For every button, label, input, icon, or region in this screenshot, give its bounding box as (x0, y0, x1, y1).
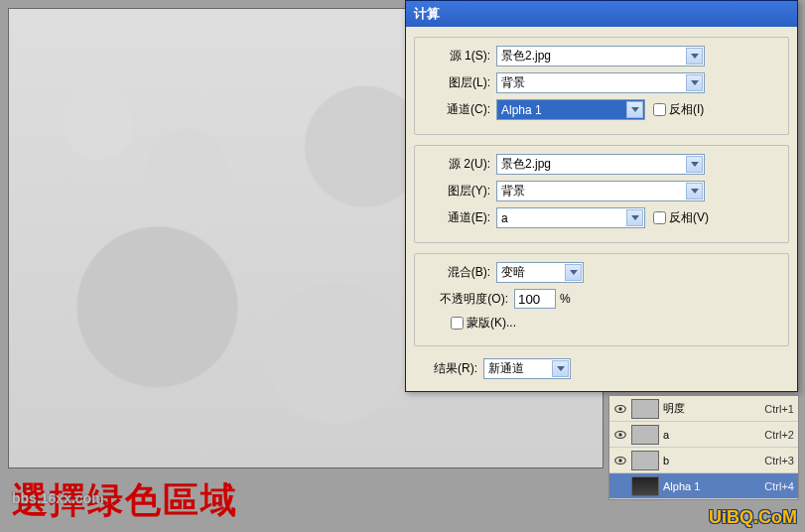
checkbox-input[interactable] (653, 211, 666, 224)
channels-panel: 明度 Ctrl+1 a Ctrl+2 b Ctrl+3 Alpha 1 Ctrl… (608, 395, 799, 500)
channel-shortcut: Ctrl+4 (764, 480, 794, 492)
channel-shortcut: Ctrl+1 (764, 403, 794, 415)
source2-layer-combo[interactable]: 背景 (496, 181, 705, 201)
mask-checkbox[interactable]: 蒙版(K)... (451, 315, 516, 332)
source2-label: 源 2(U): (421, 156, 496, 173)
source2-layer-value: 背景 (501, 183, 525, 200)
result-combo[interactable]: 新通道 (483, 358, 571, 379)
opacity-label: 不透明度(O): (421, 291, 514, 308)
channel-thumbnail (631, 399, 659, 419)
svg-point-5 (618, 459, 622, 463)
channel-name: 明度 (663, 401, 760, 416)
source1-channel-label: 通道(C): (421, 101, 496, 118)
blend-mode-combo[interactable]: 变暗 (496, 262, 584, 283)
channel-name: Alpha 1 (663, 480, 760, 492)
source1-layer-combo[interactable]: 背景 (496, 72, 705, 93)
opacity-input[interactable] (514, 289, 556, 309)
source1-channel-combo[interactable]: Alpha 1 (496, 99, 645, 120)
source2-invert-checkbox[interactable]: 反相(V) (653, 209, 709, 226)
calculations-dialog: 计算 源 1(S): 景色2.jpg 图层(L): 背景 通道(C): (405, 0, 798, 392)
source2-file-value: 景色2.jpg (501, 156, 551, 173)
eye-icon[interactable] (613, 428, 627, 442)
source2-channel-label: 通道(E): (421, 209, 496, 226)
dialog-body: 源 1(S): 景色2.jpg 图层(L): 背景 通道(C): Alpha 1 (406, 27, 797, 391)
source1-invert-label: 反相(I) (669, 101, 704, 118)
source2-invert-label: 反相(V) (669, 209, 709, 226)
source2-group: 源 2(U): 景色2.jpg 图层(Y): 背景 通道(E): a (414, 145, 789, 243)
mask-label: 蒙版(K)... (467, 315, 516, 332)
checkbox-input[interactable] (451, 317, 464, 330)
blend-group: 混合(B): 变暗 不透明度(O): % 蒙版(K)... (414, 253, 789, 346)
source2-channel-value: a (501, 211, 508, 225)
chevron-down-icon[interactable] (686, 74, 703, 91)
source1-file-combo[interactable]: 景色2.jpg (496, 46, 705, 66)
blend-label: 混合(B): (421, 264, 496, 281)
chevron-down-icon[interactable] (686, 183, 703, 200)
channel-thumbnail (631, 451, 659, 470)
result-row: 结果(R): 新通道 (414, 356, 789, 383)
source1-layer-label: 图层(L): (421, 74, 496, 91)
chevron-down-icon[interactable] (686, 48, 703, 65)
channel-row-lightness[interactable]: 明度 Ctrl+1 (609, 396, 798, 422)
source2-file-combo[interactable]: 景色2.jpg (496, 154, 705, 175)
source1-group: 源 1(S): 景色2.jpg 图层(L): 背景 通道(C): Alpha 1 (414, 37, 789, 135)
channel-name: a (663, 429, 760, 441)
chevron-down-icon[interactable] (686, 156, 703, 173)
source1-label: 源 1(S): (421, 48, 496, 65)
checkbox-input[interactable] (653, 103, 666, 116)
channel-shortcut: Ctrl+2 (764, 429, 794, 441)
svg-point-1 (618, 407, 622, 411)
source2-layer-label: 图层(Y): (421, 183, 496, 200)
source1-layer-value: 背景 (501, 74, 525, 91)
chevron-down-icon[interactable] (626, 101, 643, 118)
channel-row-a[interactable]: a Ctrl+2 (609, 422, 798, 448)
result-value: 新通道 (488, 360, 524, 377)
site-watermark: UiBQ.CoM (709, 507, 797, 528)
source1-channel-value: Alpha 1 (501, 103, 542, 117)
chevron-down-icon[interactable] (565, 264, 582, 281)
eye-icon-empty[interactable] (613, 479, 627, 493)
channel-thumbnail (631, 476, 659, 496)
source1-file-value: 景色2.jpg (501, 48, 551, 65)
dialog-title[interactable]: 计算 (406, 1, 797, 27)
channel-row-b[interactable]: b Ctrl+3 (609, 448, 798, 473)
svg-point-3 (618, 433, 622, 437)
channel-shortcut: Ctrl+3 (764, 455, 794, 466)
source2-channel-combo[interactable]: a (496, 207, 645, 228)
bbs-watermark: bbs.16xx.com (12, 490, 104, 506)
source1-invert-checkbox[interactable]: 反相(I) (653, 101, 704, 118)
eye-icon[interactable] (613, 402, 627, 416)
blend-mode-value: 变暗 (501, 264, 525, 281)
channel-thumbnail (631, 425, 659, 445)
result-label: 结果(R): (420, 360, 483, 377)
channel-row-alpha1[interactable]: Alpha 1 Ctrl+4 (609, 473, 798, 499)
chevron-down-icon[interactable] (552, 360, 569, 377)
channel-name: b (663, 455, 760, 466)
eye-icon[interactable] (613, 454, 627, 467)
chevron-down-icon[interactable] (626, 209, 643, 226)
opacity-pct: % (560, 292, 571, 306)
